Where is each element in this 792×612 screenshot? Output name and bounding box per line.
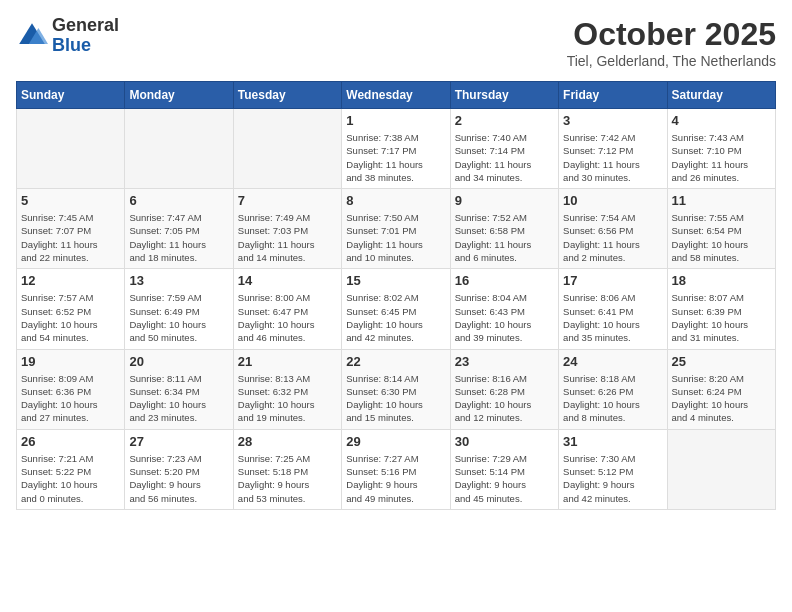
day-number: 23: [455, 354, 554, 369]
day-number: 29: [346, 434, 445, 449]
day-info: Sunrise: 7:38 AM Sunset: 7:17 PM Dayligh…: [346, 131, 445, 184]
day-info: Sunrise: 8:00 AM Sunset: 6:47 PM Dayligh…: [238, 291, 337, 344]
calendar-cell: 1Sunrise: 7:38 AM Sunset: 7:17 PM Daylig…: [342, 109, 450, 189]
calendar-cell: 30Sunrise: 7:29 AM Sunset: 5:14 PM Dayli…: [450, 429, 558, 509]
calendar-cell: 24Sunrise: 8:18 AM Sunset: 6:26 PM Dayli…: [559, 349, 667, 429]
calendar-cell: 23Sunrise: 8:16 AM Sunset: 6:28 PM Dayli…: [450, 349, 558, 429]
day-number: 21: [238, 354, 337, 369]
day-info: Sunrise: 7:50 AM Sunset: 7:01 PM Dayligh…: [346, 211, 445, 264]
calendar-cell: 7Sunrise: 7:49 AM Sunset: 7:03 PM Daylig…: [233, 189, 341, 269]
calendar-cell: 4Sunrise: 7:43 AM Sunset: 7:10 PM Daylig…: [667, 109, 775, 189]
weekday-header: SundayMondayTuesdayWednesdayThursdayFrid…: [17, 82, 776, 109]
day-number: 18: [672, 273, 771, 288]
calendar-cell: [125, 109, 233, 189]
day-number: 22: [346, 354, 445, 369]
calendar-cell: 29Sunrise: 7:27 AM Sunset: 5:16 PM Dayli…: [342, 429, 450, 509]
weekday-header-cell: Tuesday: [233, 82, 341, 109]
calendar-cell: 21Sunrise: 8:13 AM Sunset: 6:32 PM Dayli…: [233, 349, 341, 429]
day-number: 26: [21, 434, 120, 449]
day-number: 12: [21, 273, 120, 288]
day-info: Sunrise: 7:55 AM Sunset: 6:54 PM Dayligh…: [672, 211, 771, 264]
calendar-cell: 14Sunrise: 8:00 AM Sunset: 6:47 PM Dayli…: [233, 269, 341, 349]
day-info: Sunrise: 7:47 AM Sunset: 7:05 PM Dayligh…: [129, 211, 228, 264]
calendar-week-row: 19Sunrise: 8:09 AM Sunset: 6:36 PM Dayli…: [17, 349, 776, 429]
calendar-cell: 26Sunrise: 7:21 AM Sunset: 5:22 PM Dayli…: [17, 429, 125, 509]
day-info: Sunrise: 7:52 AM Sunset: 6:58 PM Dayligh…: [455, 211, 554, 264]
calendar-cell: 17Sunrise: 8:06 AM Sunset: 6:41 PM Dayli…: [559, 269, 667, 349]
title-block: October 2025 Tiel, Gelderland, The Nethe…: [567, 16, 776, 69]
day-number: 17: [563, 273, 662, 288]
day-number: 2: [455, 113, 554, 128]
day-info: Sunrise: 8:11 AM Sunset: 6:34 PM Dayligh…: [129, 372, 228, 425]
day-info: Sunrise: 7:45 AM Sunset: 7:07 PM Dayligh…: [21, 211, 120, 264]
calendar-cell: 3Sunrise: 7:42 AM Sunset: 7:12 PM Daylig…: [559, 109, 667, 189]
day-number: 15: [346, 273, 445, 288]
calendar-cell: 13Sunrise: 7:59 AM Sunset: 6:49 PM Dayli…: [125, 269, 233, 349]
day-number: 16: [455, 273, 554, 288]
day-number: 7: [238, 193, 337, 208]
logo-general: General: [52, 16, 119, 36]
day-info: Sunrise: 8:20 AM Sunset: 6:24 PM Dayligh…: [672, 372, 771, 425]
day-number: 10: [563, 193, 662, 208]
calendar-cell: 15Sunrise: 8:02 AM Sunset: 6:45 PM Dayli…: [342, 269, 450, 349]
day-info: Sunrise: 7:25 AM Sunset: 5:18 PM Dayligh…: [238, 452, 337, 505]
day-info: Sunrise: 7:21 AM Sunset: 5:22 PM Dayligh…: [21, 452, 120, 505]
day-number: 31: [563, 434, 662, 449]
day-number: 8: [346, 193, 445, 208]
calendar-cell: 25Sunrise: 8:20 AM Sunset: 6:24 PM Dayli…: [667, 349, 775, 429]
day-info: Sunrise: 8:14 AM Sunset: 6:30 PM Dayligh…: [346, 372, 445, 425]
day-info: Sunrise: 7:23 AM Sunset: 5:20 PM Dayligh…: [129, 452, 228, 505]
day-info: Sunrise: 7:59 AM Sunset: 6:49 PM Dayligh…: [129, 291, 228, 344]
day-number: 30: [455, 434, 554, 449]
day-number: 24: [563, 354, 662, 369]
logo: General Blue: [16, 16, 119, 56]
calendar-cell: 28Sunrise: 7:25 AM Sunset: 5:18 PM Dayli…: [233, 429, 341, 509]
month-title: October 2025: [567, 16, 776, 53]
day-info: Sunrise: 7:29 AM Sunset: 5:14 PM Dayligh…: [455, 452, 554, 505]
day-number: 11: [672, 193, 771, 208]
day-info: Sunrise: 8:06 AM Sunset: 6:41 PM Dayligh…: [563, 291, 662, 344]
calendar-week-row: 5Sunrise: 7:45 AM Sunset: 7:07 PM Daylig…: [17, 189, 776, 269]
day-info: Sunrise: 8:18 AM Sunset: 6:26 PM Dayligh…: [563, 372, 662, 425]
day-info: Sunrise: 8:09 AM Sunset: 6:36 PM Dayligh…: [21, 372, 120, 425]
calendar-week-row: 1Sunrise: 7:38 AM Sunset: 7:17 PM Daylig…: [17, 109, 776, 189]
day-info: Sunrise: 7:57 AM Sunset: 6:52 PM Dayligh…: [21, 291, 120, 344]
calendar-cell: 20Sunrise: 8:11 AM Sunset: 6:34 PM Dayli…: [125, 349, 233, 429]
calendar-cell: 16Sunrise: 8:04 AM Sunset: 6:43 PM Dayli…: [450, 269, 558, 349]
weekday-header-cell: Friday: [559, 82, 667, 109]
day-number: 27: [129, 434, 228, 449]
day-info: Sunrise: 7:49 AM Sunset: 7:03 PM Dayligh…: [238, 211, 337, 264]
calendar: SundayMondayTuesdayWednesdayThursdayFrid…: [16, 81, 776, 510]
day-number: 25: [672, 354, 771, 369]
day-info: Sunrise: 7:43 AM Sunset: 7:10 PM Dayligh…: [672, 131, 771, 184]
day-info: Sunrise: 7:27 AM Sunset: 5:16 PM Dayligh…: [346, 452, 445, 505]
day-info: Sunrise: 8:13 AM Sunset: 6:32 PM Dayligh…: [238, 372, 337, 425]
day-number: 9: [455, 193, 554, 208]
calendar-cell: 5Sunrise: 7:45 AM Sunset: 7:07 PM Daylig…: [17, 189, 125, 269]
day-info: Sunrise: 8:16 AM Sunset: 6:28 PM Dayligh…: [455, 372, 554, 425]
day-info: Sunrise: 7:40 AM Sunset: 7:14 PM Dayligh…: [455, 131, 554, 184]
logo-icon: [16, 20, 48, 52]
weekday-header-cell: Sunday: [17, 82, 125, 109]
day-info: Sunrise: 7:54 AM Sunset: 6:56 PM Dayligh…: [563, 211, 662, 264]
calendar-cell: 6Sunrise: 7:47 AM Sunset: 7:05 PM Daylig…: [125, 189, 233, 269]
day-number: 6: [129, 193, 228, 208]
weekday-header-cell: Monday: [125, 82, 233, 109]
day-number: 1: [346, 113, 445, 128]
weekday-header-cell: Thursday: [450, 82, 558, 109]
page-header: General Blue October 2025 Tiel, Gelderla…: [16, 16, 776, 69]
calendar-cell: 18Sunrise: 8:07 AM Sunset: 6:39 PM Dayli…: [667, 269, 775, 349]
day-info: Sunrise: 7:42 AM Sunset: 7:12 PM Dayligh…: [563, 131, 662, 184]
calendar-cell: 12Sunrise: 7:57 AM Sunset: 6:52 PM Dayli…: [17, 269, 125, 349]
calendar-cell: 22Sunrise: 8:14 AM Sunset: 6:30 PM Dayli…: [342, 349, 450, 429]
calendar-cell: [667, 429, 775, 509]
day-number: 4: [672, 113, 771, 128]
day-number: 20: [129, 354, 228, 369]
day-info: Sunrise: 8:07 AM Sunset: 6:39 PM Dayligh…: [672, 291, 771, 344]
day-number: 13: [129, 273, 228, 288]
location: Tiel, Gelderland, The Netherlands: [567, 53, 776, 69]
day-info: Sunrise: 7:30 AM Sunset: 5:12 PM Dayligh…: [563, 452, 662, 505]
day-number: 19: [21, 354, 120, 369]
calendar-cell: 9Sunrise: 7:52 AM Sunset: 6:58 PM Daylig…: [450, 189, 558, 269]
weekday-header-cell: Wednesday: [342, 82, 450, 109]
